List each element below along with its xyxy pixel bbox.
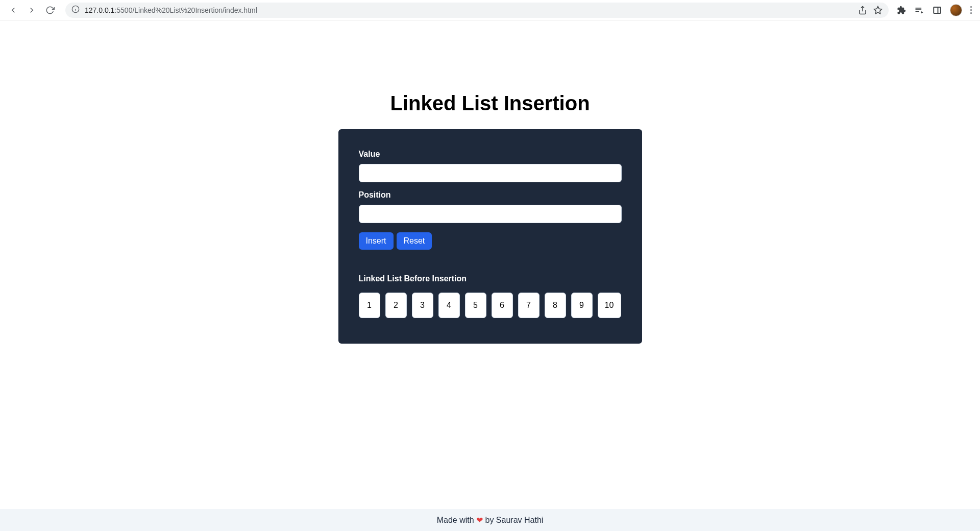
form-card: Value Position Insert Reset Linked List … bbox=[338, 129, 642, 344]
list-node: 7 bbox=[518, 293, 540, 318]
address-bar[interactable]: 127.0.0.1:5500/Linked%20List%20Insertion… bbox=[65, 3, 889, 18]
page-title: Linked List Insertion bbox=[390, 92, 590, 115]
list-node: 2 bbox=[385, 293, 407, 318]
list-heading: Linked List Before Insertion bbox=[359, 274, 622, 283]
heart-icon: ❤ bbox=[476, 516, 483, 524]
playlist-icon[interactable] bbox=[914, 5, 924, 15]
list-node: 6 bbox=[492, 293, 513, 318]
url-text: 127.0.0.1:5500/Linked%20List%20Insertion… bbox=[85, 6, 858, 14]
browser-toolbar: 127.0.0.1:5500/Linked%20List%20Insertion… bbox=[0, 0, 980, 20]
svg-marker-4 bbox=[874, 6, 882, 13]
svg-rect-5 bbox=[934, 7, 941, 13]
list-node: 9 bbox=[571, 293, 593, 318]
value-label: Value bbox=[359, 150, 622, 159]
main-area: Linked List Insertion Value Position Ins… bbox=[0, 20, 980, 509]
menu-icon[interactable] bbox=[970, 6, 972, 14]
bookmark-star-icon[interactable] bbox=[873, 6, 883, 15]
list-node: 1 bbox=[359, 293, 380, 318]
site-info-icon[interactable] bbox=[71, 5, 80, 15]
button-row: Insert Reset bbox=[359, 232, 622, 250]
share-icon[interactable] bbox=[858, 6, 867, 15]
footer-prefix: Made with bbox=[437, 516, 476, 524]
value-input[interactable] bbox=[359, 164, 622, 182]
linked-list-row: 1 2 3 4 5 6 7 8 9 10 bbox=[359, 293, 622, 318]
value-group: Value bbox=[359, 150, 622, 182]
reload-button[interactable] bbox=[43, 3, 57, 17]
chrome-actions bbox=[897, 4, 974, 16]
list-node: 3 bbox=[412, 293, 433, 318]
list-node: 5 bbox=[465, 293, 486, 318]
position-group: Position bbox=[359, 190, 622, 223]
forward-button[interactable] bbox=[24, 3, 39, 17]
extensions-icon[interactable] bbox=[897, 6, 906, 15]
list-node: 8 bbox=[545, 293, 566, 318]
insert-button[interactable]: Insert bbox=[359, 232, 394, 250]
list-node: 4 bbox=[438, 293, 460, 318]
page-content: Linked List Insertion Value Position Ins… bbox=[0, 20, 980, 531]
back-button[interactable] bbox=[6, 3, 20, 17]
position-input[interactable] bbox=[359, 205, 622, 223]
footer: Made with ❤ by Saurav Hathi bbox=[0, 509, 980, 531]
footer-suffix: by Saurav Hathi bbox=[483, 516, 543, 524]
reset-button[interactable]: Reset bbox=[397, 232, 432, 250]
position-label: Position bbox=[359, 190, 622, 200]
panel-icon[interactable] bbox=[933, 6, 942, 15]
profile-avatar[interactable] bbox=[950, 4, 962, 16]
list-node: 10 bbox=[598, 293, 621, 318]
